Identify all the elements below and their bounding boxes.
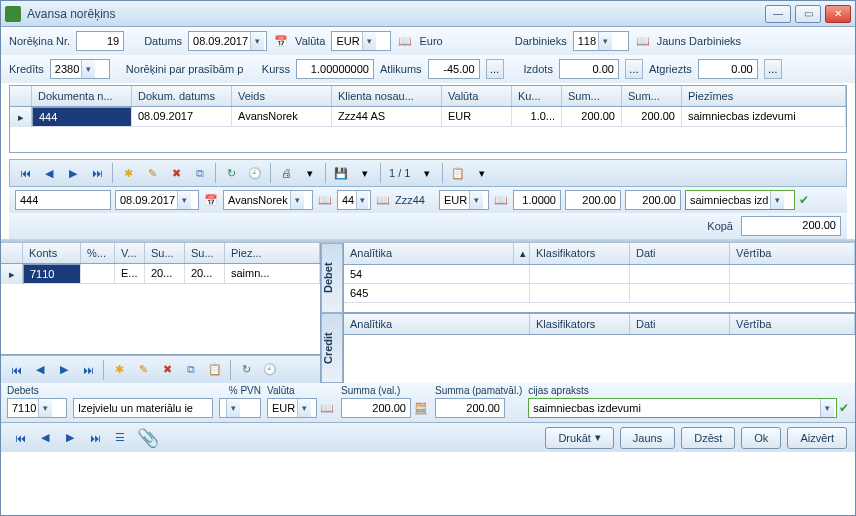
nav-prev-button[interactable]: ◀ (34, 427, 56, 449)
credit-dropdown-icon[interactable]: ▾ (81, 60, 95, 78)
calendar-icon[interactable]: 📅 (273, 32, 289, 50)
calendar-icon[interactable]: 📅 (203, 191, 219, 209)
edit-sum2[interactable] (625, 190, 681, 210)
nr-input[interactable] (76, 31, 124, 51)
copy-button[interactable]: ⧉ (189, 162, 211, 184)
edit-doc-no[interactable] (15, 190, 111, 210)
attachment-icon[interactable]: 📎 (137, 427, 159, 449)
col-sum2[interactable]: Sum... (622, 86, 682, 106)
returned-input[interactable] (698, 59, 758, 79)
table-row[interactable]: 645 (344, 284, 855, 303)
bcurrency-select[interactable]: EUR▾ (267, 398, 317, 418)
table-row[interactable]: ▸ 444 08.09.2017 AvansNorek Zzz44 AS EUR… (10, 107, 846, 127)
delete-button[interactable]: Dzēst (681, 427, 735, 449)
export-dropdown[interactable]: ▾ (354, 162, 376, 184)
add-button[interactable]: ✱ (117, 162, 139, 184)
col-sum1[interactable]: Sum... (562, 86, 622, 106)
col-currency[interactable]: Valūta (442, 86, 512, 106)
nav-first-button[interactable]: ⏮ (9, 427, 31, 449)
chevron-down-icon[interactable]: ▾ (469, 191, 483, 209)
book-icon[interactable]: 📖 (319, 399, 335, 417)
chevron-down-icon[interactable]: ▾ (820, 399, 834, 417)
nav-last-button[interactable]: ⏭ (84, 427, 106, 449)
edit-sum1[interactable] (565, 190, 621, 210)
chevron-down-icon[interactable]: ▾ (177, 191, 191, 209)
edit-rate[interactable] (513, 190, 561, 210)
history-button[interactable]: 🕘 (244, 162, 266, 184)
edit-type[interactable]: AvansNorek▾ (223, 190, 313, 210)
ccol-1[interactable]: Klasifikators (530, 314, 630, 334)
delete-button[interactable]: ✖ (165, 162, 187, 184)
edit-button[interactable]: ✎ (132, 359, 154, 381)
balance-input[interactable] (428, 59, 480, 79)
book-icon[interactable]: 📖 (317, 191, 333, 209)
refresh-button[interactable]: ↻ (235, 359, 257, 381)
col-client[interactable]: Klienta nosau... (332, 86, 442, 106)
date-dropdown-icon[interactable]: ▾ (250, 32, 264, 50)
confirm-icon[interactable]: ✔ (799, 193, 809, 207)
ccol-3[interactable]: Vērtība (730, 314, 855, 334)
nav-first-button[interactable]: ⏮ (14, 162, 36, 184)
dcol-1[interactable]: Klasifikators (530, 243, 630, 264)
col-type[interactable]: Veids (232, 86, 332, 106)
date-select[interactable]: 08.09.2017 ▾ (188, 31, 267, 51)
add-button[interactable]: ✱ (108, 359, 130, 381)
confirm-icon[interactable]: ✔ (839, 401, 849, 415)
dcol-0[interactable]: Analītika (344, 243, 514, 264)
ccol-0[interactable]: Analītika (344, 314, 530, 334)
edit-date[interactable]: 08.09.2017▾ (115, 190, 199, 210)
ok-button[interactable]: Ok (741, 427, 781, 449)
nav-next-button[interactable]: ▶ (59, 427, 81, 449)
nav-first-button[interactable]: ⏮ (5, 359, 27, 381)
edit-button[interactable]: ✎ (141, 162, 163, 184)
print-button[interactable]: 🖨 (275, 162, 297, 184)
balance-more-button[interactable]: … (486, 59, 504, 79)
book-icon[interactable]: 📖 (375, 191, 391, 209)
calc-icon[interactable]: 🧮 (413, 399, 429, 417)
sort-icon[interactable]: ▴ (514, 243, 530, 264)
lcell-account[interactable]: 7110 (23, 264, 81, 284)
debets-desc[interactable] (73, 398, 213, 418)
rate-input[interactable] (296, 59, 374, 79)
employee-book-icon[interactable]: 📖 (635, 32, 651, 50)
ccol-2[interactable]: Dati (630, 314, 730, 334)
new-button[interactable]: Jauns (620, 427, 675, 449)
settings-button[interactable]: 🕘 (259, 359, 281, 381)
currency-select[interactable]: EUR ▾ (331, 31, 391, 51)
employee-dropdown-icon[interactable]: ▾ (598, 32, 612, 50)
nav-prev-button[interactable]: ◀ (38, 162, 60, 184)
print-dropdown[interactable]: ▾ (299, 162, 321, 184)
col-rate[interactable]: Ku... (512, 86, 562, 106)
issued-input[interactable] (559, 59, 619, 79)
chevron-down-icon[interactable]: ▾ (297, 399, 311, 417)
nav-next-button[interactable]: ▶ (62, 162, 84, 184)
edit-notes[interactable]: saimniecbas izd▾ (685, 190, 795, 210)
nav-last-button[interactable]: ⏭ (77, 359, 99, 381)
dcol-2[interactable]: Dati (630, 243, 730, 264)
edit-client-id[interactable]: 44▾ (337, 190, 371, 210)
edit-currency[interactable]: EUR▾ (439, 190, 489, 210)
pager-dropdown[interactable]: ▾ (416, 162, 438, 184)
op-desc-select[interactable]: saimniecbas izdevumi▾ (528, 398, 837, 418)
delete-button[interactable]: ✖ (156, 359, 178, 381)
nav-last-button[interactable]: ⏭ (86, 162, 108, 184)
table-row[interactable]: 54 (344, 265, 855, 284)
close-button[interactable]: ✕ (825, 5, 851, 23)
sum-val-input[interactable] (341, 398, 411, 418)
chevron-down-icon[interactable]: ▾ (770, 191, 784, 209)
refresh-button[interactable]: ↻ (220, 162, 242, 184)
credit-select[interactable]: 2380 ▾ (50, 59, 110, 79)
returned-more-button[interactable]: … (764, 59, 782, 79)
nav-next-button[interactable]: ▶ (53, 359, 75, 381)
print-button[interactable]: Drukāt▾ (545, 427, 613, 449)
chevron-down-icon[interactable]: ▾ (356, 191, 368, 209)
close-button[interactable]: Aizvērt (787, 427, 847, 449)
lcol-account[interactable]: Konts (23, 243, 81, 263)
cell-doc-no[interactable]: 444 (32, 107, 132, 127)
currency-book-icon[interactable]: 📖 (397, 32, 413, 50)
lcol-s1[interactable]: Su... (145, 243, 185, 263)
issued-more-button[interactable]: … (625, 59, 643, 79)
copy-button[interactable]: ⧉ (180, 359, 202, 381)
lcol-notes[interactable]: Piez... (225, 243, 320, 263)
filter-button[interactable]: 📋 (447, 162, 469, 184)
